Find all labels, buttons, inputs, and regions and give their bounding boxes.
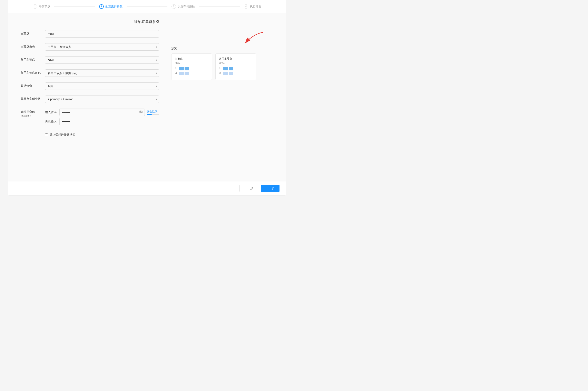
step-1: 1 添加节点	[33, 4, 50, 9]
master-preview-card: 主节点 mdw P M	[171, 53, 212, 80]
standby-preview-card: 备用主节点 sdw1 P M	[215, 53, 256, 80]
standby-p-row: P	[219, 67, 253, 70]
standby-m-block-1	[223, 72, 228, 75]
preview-cards: 主节点 mdw P M	[171, 53, 273, 80]
master-role-row: 主节点角色 主节点 + 数据节点 ▾	[21, 43, 159, 51]
data-mirror-row: 数据镜像 启用 ▾	[21, 83, 159, 90]
confirm-password-row: 再次输入	[45, 118, 159, 125]
step-connector-2	[126, 6, 167, 7]
standby-role-select-wrapper: 备用主节点 + 数据节点 ▾	[45, 69, 159, 77]
instance-count-wrapper: 2 primary + 2 mirror ▾	[45, 96, 159, 103]
master-m-row: M	[175, 72, 209, 75]
standby-node-wrapper: sdw1 ▾	[45, 56, 159, 64]
standby-role-row: 备用主节点角色 备用主节点 + 数据节点 ▾	[21, 69, 159, 77]
arrow-container	[171, 30, 273, 47]
form-right: 预览 主节点 mdw P M	[171, 30, 273, 137]
standby-m-block-2	[229, 72, 233, 75]
standby-m-blocks	[223, 72, 233, 75]
instance-count-select[interactable]: 2 primary + 2 mirror	[45, 96, 159, 103]
step-connector-1	[54, 6, 95, 7]
standby-p-block-2	[229, 67, 233, 70]
master-p-block-2	[185, 67, 189, 70]
standby-node-select-wrapper: sdw1 ▾	[45, 56, 159, 64]
standby-role-select[interactable]: 备用主节点 + 数据节点	[45, 69, 159, 77]
standby-p-block-1	[223, 67, 228, 70]
master-p-block-1	[179, 67, 184, 70]
form-layout: 主节点 主节点角色 主节点 + 数据节点 ▾	[21, 30, 273, 137]
step-2-label: 配置集群参数	[105, 5, 122, 8]
step-connector-3	[199, 6, 240, 7]
standby-node-row: 备用主节点 sdw1 ▾	[21, 56, 159, 64]
step-2: 2 配置集群参数	[99, 4, 122, 9]
master-node-wrapper	[45, 30, 159, 38]
master-card-subtitle: mdw	[175, 61, 209, 64]
checkbox-label: 禁止远程连接数据库	[50, 133, 75, 137]
master-node-label: 主节点	[21, 30, 45, 35]
password-sublabel: (mxadmin)	[21, 114, 32, 117]
standby-p-blocks	[223, 67, 233, 70]
master-p-label: P	[175, 67, 178, 70]
password-label: 管理员密码 (mxadmin)	[21, 108, 45, 117]
data-mirror-select[interactable]: 启用	[45, 83, 159, 90]
footer: 上一步 下一步	[8, 181, 286, 195]
instance-count-select-wrapper: 2 primary + 2 mirror ▾	[45, 96, 159, 103]
master-role-select[interactable]: 主节点 + 数据节点	[45, 43, 159, 51]
master-m-label: M	[175, 72, 178, 75]
standby-role-label: 备用主节点角色	[21, 69, 45, 75]
master-p-blocks	[179, 67, 189, 70]
master-role-select-wrapper: 主节点 + 数据节点 ▾	[45, 43, 159, 51]
step-3: 3 设置存储路径	[171, 4, 195, 9]
standby-node-label: 备用主节点	[21, 56, 45, 62]
standby-card-subtitle: sdw1	[219, 61, 253, 64]
step-3-circle: 3	[171, 4, 176, 9]
master-m-blocks	[179, 72, 189, 75]
main-content: 请配置集群参数 主节点 主节点角色 主节点 +	[8, 13, 286, 181]
standby-p-label: P	[219, 67, 222, 70]
page-title: 请配置集群参数	[21, 19, 273, 24]
step-3-label: 设置存储路径	[178, 5, 195, 8]
step-1-label: 添加节点	[39, 5, 50, 8]
input-password-label: 输入密码	[45, 110, 57, 114]
instance-count-row: 单节点实例个数 2 primary + 2 mirror ▾	[21, 96, 159, 103]
password-fields: 输入密码	[45, 108, 159, 127]
strength-indicator: 安全性弱	[147, 110, 159, 115]
standby-role-wrapper: 备用主节点 + 数据节点 ▾	[45, 69, 159, 77]
master-p-row: P	[175, 67, 209, 70]
master-role-wrapper: 主节点 + 数据节点 ▾	[45, 43, 159, 51]
standby-node-select[interactable]: sdw1	[45, 56, 159, 64]
input-password-row: 输入密码	[45, 108, 159, 116]
master-role-label: 主节点角色	[21, 43, 45, 49]
step-2-circle: 2	[99, 4, 104, 9]
strength-label: 安全性弱	[147, 110, 157, 113]
input-password-field[interactable]	[59, 108, 145, 116]
data-mirror-label: 数据镜像	[21, 83, 45, 88]
standby-card-title: 备用主节点	[219, 57, 253, 61]
form-left: 主节点 主节点角色 主节点 + 数据节点 ▾	[21, 30, 159, 137]
instance-count-label: 单节点实例个数	[21, 96, 45, 101]
password-row: 管理员密码 (mxadmin) 输入密码	[21, 108, 159, 127]
red-arrow-svg	[229, 30, 269, 47]
eye-icon[interactable]	[139, 110, 143, 114]
confirm-password-label: 再次输入	[45, 120, 57, 123]
back-button[interactable]: 上一步	[239, 185, 258, 192]
disable-remote-checkbox[interactable]	[45, 133, 48, 136]
confirm-password-wrapper	[59, 118, 159, 125]
next-button[interactable]: 下一步	[261, 185, 279, 192]
svg-line-1	[139, 111, 142, 113]
data-mirror-select-wrapper: 启用 ▾	[45, 83, 159, 90]
step-1-circle: 1	[33, 4, 37, 9]
input-password-wrapper	[59, 108, 145, 116]
strength-bar-fill	[147, 114, 152, 115]
standby-m-label: M	[219, 72, 222, 75]
data-mirror-wrapper: 启用 ▾	[45, 83, 159, 90]
checkbox-row: 禁止远程连接数据库	[45, 133, 159, 137]
confirm-password-field[interactable]	[59, 118, 159, 125]
master-node-input[interactable]	[45, 30, 159, 38]
step-4-label: 执行部署	[250, 5, 261, 8]
strength-bar	[147, 114, 159, 115]
master-m-block-1	[179, 72, 184, 75]
preview-label: 预览	[171, 47, 273, 50]
standby-m-row: M	[219, 72, 253, 75]
master-card-title: 主节点	[175, 57, 209, 61]
step-4-circle: 4	[244, 4, 248, 9]
